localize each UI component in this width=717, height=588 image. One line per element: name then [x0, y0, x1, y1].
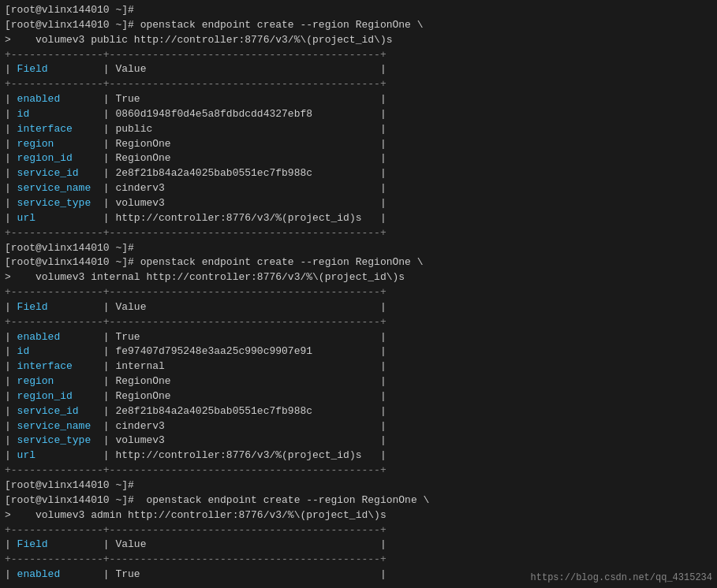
- row-service-type-2: | service_type | volumev3 |: [0, 434, 717, 448]
- row-region-id-1: | region_id | RegionOne |: [0, 151, 717, 166]
- row-id-1: | id | 0860d1948f0d4e5a8fdbdcdd4327ebf8 …: [0, 107, 717, 122]
- cmd-block1-line1: [root@vlinx144010 ~]# openstack endpoint…: [0, 18, 717, 33]
- table-header-2: | Field | Value |: [0, 300, 717, 315]
- row-enabled-1: | enabled | True |: [0, 92, 717, 107]
- table-header-3: | Field | Value |: [0, 538, 717, 553]
- cmd-block3-line2: > volumev3 admin http://controller:8776/…: [0, 508, 717, 523]
- row-service-type-1: | service_type | volumev3 |: [0, 196, 717, 211]
- sep-bot-2: +---------------+-----------------------…: [0, 463, 717, 478]
- sep-mid-2: +---------------+-----------------------…: [0, 315, 717, 330]
- sep-top-2: +---------------+-----------------------…: [0, 285, 717, 300]
- row-url-2: | url | http://controller:8776/v3/%(proj…: [0, 448, 717, 463]
- row-region-id-2: | region_id | RegionOne |: [0, 389, 717, 404]
- row-interface-1: | interface | public |: [0, 122, 717, 137]
- cmd-block1-line2: > volumev3 public http://controller:8776…: [0, 33, 717, 48]
- terminal: [root@vlinx144010 ~]# [root@vlinx144010 …: [0, 0, 717, 586]
- row-service-id-1: | service_id | 2e8f21b84a2a4025bab0551ec…: [0, 166, 717, 181]
- prompt-block3-1: [root@vlinx144010 ~]#: [0, 478, 717, 493]
- cmd-block2-line2: > volumev3 internal http://controller:87…: [0, 270, 717, 285]
- cmd-block3-line1: [root@vlinx144010 ~]# openstack endpoint…: [0, 493, 717, 508]
- sep-bot-1: +---------------+-----------------------…: [0, 226, 717, 241]
- initial-prompt: [root@vlinx144010 ~]#: [0, 3, 717, 18]
- row-region-1: | region | RegionOne |: [0, 137, 717, 152]
- row-service-name-1: | service_name | cinderv3 |: [0, 181, 717, 196]
- row-id-2: | id | fe97407d795248e3aa25c990c9907e91 …: [0, 344, 717, 359]
- table-header-1: | Field | Value |: [0, 62, 717, 77]
- row-service-id-2: | service_id | 2e8f21b84a2a4025bab0551ec…: [0, 404, 717, 419]
- row-url-1: | url | http://controller:8776/v3/%(proj…: [0, 211, 717, 226]
- sep-top-1: +---------------+-----------------------…: [0, 48, 717, 63]
- row-enabled-2: | enabled | True |: [0, 330, 717, 345]
- sep-top-3: +---------------+-----------------------…: [0, 523, 717, 538]
- row-interface-2: | interface | internal |: [0, 359, 717, 374]
- watermark: https://blog.csdn.net/qq_4315234: [531, 572, 712, 583]
- sep-mid-3: +---------------+-----------------------…: [0, 553, 717, 568]
- row-service-name-2: | service_name | cinderv3 |: [0, 419, 717, 434]
- sep-mid-1: +---------------+-----------------------…: [0, 77, 717, 92]
- row-region-2: | region | RegionOne |: [0, 374, 717, 389]
- cmd-block2-line1: [root@vlinx144010 ~]# openstack endpoint…: [0, 255, 717, 270]
- prompt-block2-1: [root@vlinx144010 ~]#: [0, 241, 717, 256]
